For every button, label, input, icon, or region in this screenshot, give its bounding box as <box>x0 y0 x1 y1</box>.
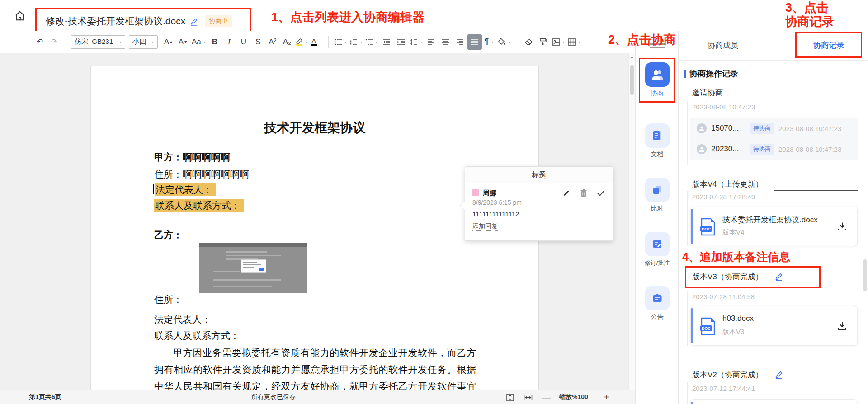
comment-delete-button[interactable] <box>580 189 587 197</box>
records-header-label: 协商操作记录 <box>689 68 738 79</box>
comment-resolve-button[interactable] <box>597 189 605 197</box>
font-family-select[interactable]: 仿宋_GB231 <box>71 35 125 49</box>
panel-scrollbar-thumb[interactable] <box>863 259 867 291</box>
paint-bucket-icon <box>498 38 506 46</box>
doc-line-party-b[interactable]: 乙方： <box>154 229 183 241</box>
undo-button[interactable]: ↶ <box>33 34 47 50</box>
rail-item-document[interactable]: 文档 <box>636 123 679 159</box>
member-row[interactable]: 15070... 待协商 2023-08-08 10:47:23 <box>697 123 841 134</box>
rail-item-announcement[interactable]: 公告 <box>636 286 679 321</box>
edit-version-note-button-v3[interactable] <box>774 272 783 283</box>
zoom-out-button[interactable]: — <box>542 390 551 404</box>
justify-button[interactable] <box>467 34 482 50</box>
rail-item-negotiate[interactable]: 协商 <box>636 62 679 98</box>
change-case-button[interactable]: Aa <box>190 34 208 50</box>
people-icon <box>651 69 664 80</box>
align-left-button[interactable] <box>424 34 439 50</box>
rename-title-button[interactable] <box>190 17 198 26</box>
comment-popup: 标题 周娜 8/9/2023 6:15 pm 11111111111112 添加… <box>465 166 613 241</box>
version-v4-time: 2023-07-28 17:28:49 <box>692 193 755 201</box>
file-version: 版本V3 <box>722 328 744 336</box>
insert-table-button[interactable] <box>566 34 582 50</box>
add-reply-link[interactable]: 添加回复 <box>472 222 498 231</box>
divider <box>328 36 329 48</box>
doc-line-legal-rep-a[interactable]: 法定代表人： <box>153 183 216 196</box>
svg-text:DOC: DOC <box>702 227 711 231</box>
underline-button[interactable]: U <box>236 34 251 50</box>
file-card-v4[interactable]: DOC 技术委托开发框架协议.docx 版本V4 <box>690 207 858 246</box>
file-card-v3[interactable]: DOC h03.docx 版本V3 <box>690 306 858 346</box>
chevron-down-icon <box>375 42 378 44</box>
rail-label: 文档 <box>636 150 679 159</box>
doc-line-address-b[interactable]: 住所： <box>154 293 183 306</box>
doc-line-contact-b[interactable]: 联系人及联系方式： <box>154 329 240 342</box>
increase-font-button[interactable]: A▲ <box>161 34 176 50</box>
align-right-button[interactable] <box>453 34 467 50</box>
download-icon <box>837 221 847 231</box>
chevron-down-icon <box>344 42 347 44</box>
justify-icon <box>471 38 478 46</box>
trash-icon <box>580 189 587 197</box>
doc-line-contact-a[interactable]: 联系人及联系方式： <box>154 199 244 212</box>
document-title[interactable]: 修改-技术委托开发框架协议.docx <box>46 15 185 28</box>
fit-width-button[interactable] <box>524 390 533 404</box>
header-rule <box>154 105 476 105</box>
member-row[interactable]: 20230... 待协商 2023-08-08 10:47:23 <box>697 144 841 155</box>
font-size-select[interactable]: 小四 <box>129 35 158 49</box>
record-invite-time: 2023-08-08 10:47:23 <box>692 103 755 111</box>
rail-item-revisions[interactable]: 修订/批注 <box>636 232 679 267</box>
tab-negotiation-members[interactable]: 协商成员 <box>708 40 738 51</box>
decrease-font-button[interactable]: A▼ <box>176 34 190 50</box>
check-icon <box>597 189 605 197</box>
doc-file-icon: DOC <box>700 317 716 335</box>
format-painter-button[interactable] <box>536 34 551 50</box>
divider <box>800 39 800 52</box>
file-name: 技术委托开发框架协议.docx <box>722 215 818 225</box>
doc-line-address-a[interactable]: 住所：啊啊啊啊啊啊啊 <box>154 168 249 181</box>
font-color-button[interactable]: A <box>309 34 324 50</box>
home-button[interactable] <box>13 9 27 23</box>
divider <box>66 36 66 48</box>
download-button[interactable] <box>837 321 847 333</box>
strikethrough-button[interactable]: S <box>251 34 265 50</box>
bullet-list-button[interactable] <box>333 34 349 50</box>
scrollbar-thumb[interactable] <box>630 65 634 95</box>
shading-button[interactable] <box>496 34 512 50</box>
insert-image-button[interactable] <box>551 34 566 50</box>
line-spacing-button[interactable] <box>408 34 424 50</box>
subscript-button[interactable]: A₂ <box>280 34 294 50</box>
document-scrollbar[interactable] <box>628 53 635 390</box>
doc-line-legal-rep-b[interactable]: 法定代表人： <box>154 313 211 326</box>
clear-format-button[interactable] <box>522 34 536 50</box>
image-icon <box>552 38 560 46</box>
record-invite-title: 邀请协商 <box>692 88 723 98</box>
zoom-in-button[interactable]: + <box>604 390 609 404</box>
redo-button[interactable]: ↷ <box>47 34 61 50</box>
numbered-list-icon <box>350 38 358 46</box>
invited-members-box: 15070... 待协商 2023-08-08 10:47:23 20230..… <box>690 118 858 160</box>
tab-negotiation-records[interactable]: 协商记录 <box>808 40 849 51</box>
embedded-screenshot-image[interactable] <box>199 243 307 293</box>
multilevel-list-button[interactable] <box>364 34 379 50</box>
person-icon <box>698 146 705 152</box>
increase-indent-button[interactable] <box>394 34 408 50</box>
align-center-button[interactable] <box>439 34 453 50</box>
file-card-v2[interactable] <box>690 399 858 404</box>
grow-font-icon: A <box>164 38 169 47</box>
doc-line-party-a[interactable]: 甲方：啊啊啊啊啊 <box>154 151 230 164</box>
decrease-indent-button[interactable] <box>379 34 394 50</box>
highlight-color-button[interactable] <box>294 34 309 50</box>
comment-edit-button[interactable] <box>562 189 571 197</box>
rail-label: 修订/批注 <box>636 259 679 267</box>
rail-item-compare[interactable]: 比对 <box>636 178 679 213</box>
doc-heading[interactable]: 技术开发框架协议 <box>91 119 538 136</box>
italic-button[interactable]: I <box>222 34 236 50</box>
edit-version-note-button-v2[interactable] <box>774 370 783 381</box>
superscript-button[interactable]: A² <box>265 34 280 50</box>
fit-page-button[interactable] <box>506 390 514 404</box>
paragraph-mark-button[interactable]: ¶ <box>482 34 496 50</box>
numbered-list-button[interactable] <box>349 34 364 50</box>
doc-paragraph[interactable]: 甲方因业务需要拟委托有资质有能力的软件开发企业开发软件，而乙方拥有相应的软件开发… <box>154 345 476 390</box>
bold-button[interactable]: B <box>208 34 222 50</box>
download-button[interactable] <box>837 221 847 233</box>
